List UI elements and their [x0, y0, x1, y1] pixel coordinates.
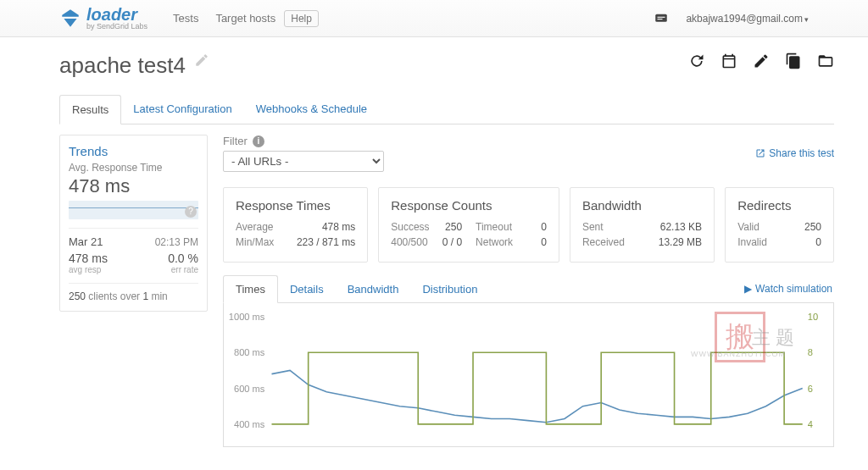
filter-label: Filter	[223, 135, 248, 147]
messages-icon[interactable]	[654, 11, 669, 26]
nav-help[interactable]: Help	[284, 10, 319, 27]
ctab-distribution[interactable]: Distribution	[410, 276, 489, 302]
watch-simulation[interactable]: ▶ Watch simulation	[744, 283, 834, 295]
edit-icon[interactable]	[753, 53, 770, 72]
loader-logo-icon	[59, 8, 81, 30]
help-icon[interactable]: ?	[185, 206, 197, 218]
svg-text:4: 4	[808, 419, 813, 429]
card-redirects: Redirects Valid250 Invalid0	[725, 187, 834, 263]
share-icon	[755, 148, 765, 158]
brand-name: loader	[86, 6, 147, 23]
nav-target-hosts[interactable]: Target hosts	[215, 12, 275, 25]
chart-tabs: Times Details Bandwidth Distribution ▶ W…	[223, 274, 834, 303]
filter-select[interactable]: - All URLs -	[223, 151, 384, 172]
trends-card: Trends Avg. Response Time 478 ms ? Mar 2…	[59, 135, 208, 312]
trends-avg-value: 478 ms	[69, 175, 198, 197]
chart-svg: 400 ms600 ms800 ms1000 ms46810	[229, 312, 828, 447]
trend-err-rate: 0.0 %	[168, 252, 198, 265]
svg-text:6: 6	[808, 384, 813, 394]
page-title: apache test4	[59, 53, 186, 79]
svg-text:1000 ms: 1000 ms	[229, 312, 265, 322]
tab-webhooks-schedule[interactable]: Webhooks & Schedule	[244, 95, 379, 124]
nav-tests[interactable]: Tests	[173, 12, 198, 25]
edit-title-icon[interactable]	[194, 53, 209, 70]
trend-clients: 250 clients over 1 min	[69, 283, 198, 302]
trend-avg-resp: 478 ms	[69, 252, 108, 265]
card-response-times: Response Times Average478 ms Min/Max223 …	[223, 187, 368, 263]
chart-times: 搬 主题 WWW.BANZHUTI.COM 400 ms600 ms800 ms…	[223, 303, 834, 447]
chevron-down-icon: ▾	[804, 15, 809, 24]
calendar-icon[interactable]	[721, 53, 737, 72]
svg-rect-2	[658, 19, 663, 19]
copy-icon[interactable]	[785, 53, 802, 72]
svg-text:800 ms: 800 ms	[234, 347, 265, 357]
svg-text:10: 10	[808, 312, 818, 322]
trends-title[interactable]: Trends	[69, 144, 198, 158]
svg-text:400 ms: 400 ms	[234, 419, 265, 429]
svg-rect-0	[656, 14, 668, 21]
top-navbar: loader by SendGrid Labs Tests Target hos…	[0, 0, 868, 37]
svg-text:600 ms: 600 ms	[234, 384, 265, 394]
refresh-icon[interactable]	[688, 53, 705, 72]
info-icon[interactable]: i	[253, 135, 264, 147]
folder-icon[interactable]	[817, 53, 834, 72]
trend-date: Mar 21	[69, 235, 103, 248]
share-link[interactable]: Share this test	[755, 147, 834, 159]
ctab-details[interactable]: Details	[278, 276, 336, 302]
tab-results[interactable]: Results	[59, 95, 121, 124]
ctab-times[interactable]: Times	[223, 275, 278, 303]
brand[interactable]: loader by SendGrid Labs	[59, 6, 147, 30]
card-bandwidth: Bandwidth Sent62.13 KB Received13.29 MB	[570, 187, 715, 263]
ctab-bandwidth[interactable]: Bandwidth	[336, 276, 411, 302]
trends-subtitle: Avg. Response Time	[69, 162, 198, 174]
svg-rect-1	[658, 16, 665, 17]
trend-time: 02:13 PM	[155, 236, 198, 248]
trends-sparkline: ?	[69, 201, 198, 219]
main-tabs: Results Latest Configuration Webhooks & …	[59, 94, 834, 124]
play-icon: ▶	[744, 283, 752, 295]
user-menu[interactable]: akbajwa1994@gmail.com▾	[686, 13, 809, 25]
brand-sub: by SendGrid Labs	[86, 23, 147, 30]
tab-latest-configuration[interactable]: Latest Configuration	[121, 95, 243, 124]
svg-text:8: 8	[808, 347, 813, 357]
card-response-counts: Response Counts Success250 Timeout0 400/…	[378, 187, 559, 263]
page-toolbar	[688, 53, 834, 72]
